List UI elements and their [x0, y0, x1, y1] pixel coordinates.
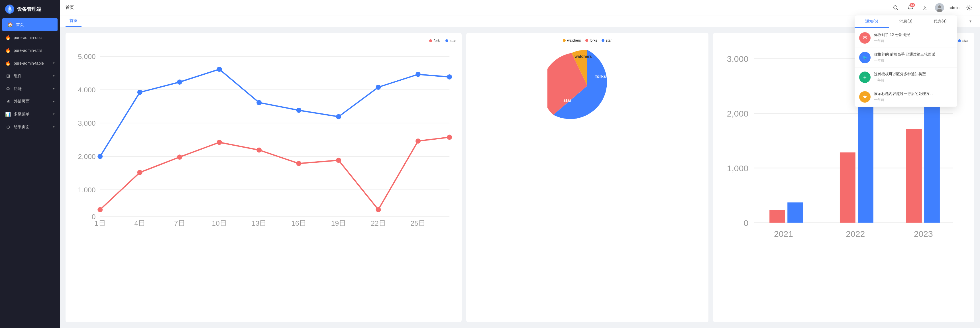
- monitor-icon: 🖥: [5, 99, 11, 104]
- notif-avatar-4: ★: [859, 91, 870, 103]
- breadcrumb-home[interactable]: 首页: [65, 15, 81, 27]
- sidebar-item-components[interactable]: ⊞ 组件 ▾: [0, 70, 60, 82]
- sidebar-item-doc[interactable]: 🔥 pure-admin-doc: [0, 31, 60, 44]
- svg-text:1,000: 1,000: [727, 164, 748, 173]
- svg-text:22日: 22日: [371, 220, 386, 226]
- notif-avatar-3: +: [859, 72, 870, 83]
- settings-icon: [966, 5, 972, 11]
- chart-icon: 📊: [5, 111, 11, 117]
- svg-text:19日: 19日: [331, 220, 346, 226]
- star-dot-bar: [958, 39, 961, 42]
- svg-text:forks: forks: [595, 74, 606, 79]
- notif-item-2: 🐦 你推荐的 前端高手 已通过第三轮面试 一年前: [854, 48, 957, 67]
- pie-chart-card: watchers forks star: [466, 33, 708, 322]
- svg-text:2,000: 2,000: [78, 153, 96, 161]
- svg-point-29: [376, 84, 381, 90]
- sidebar-item-external[interactable]: 🖥 外部页面 ▾: [0, 95, 60, 108]
- star-dot-pie: [601, 39, 605, 42]
- notification-popup: 通知(6) 消息(3) 代办(4) ✉ 你收到了 12 份新周报 一年前 🐦 你…: [854, 15, 957, 107]
- sidebar-item-external-label: 外部页面: [14, 99, 30, 104]
- svg-point-27: [296, 108, 302, 113]
- avatar[interactable]: [935, 3, 944, 12]
- notif-tab-message[interactable]: 消息(3): [889, 15, 923, 28]
- notif-content-4: 展示标题内容超过一行后的处理方... 一年前: [874, 91, 953, 102]
- svg-text:4,000: 4,000: [78, 86, 96, 94]
- notif-time-1: 一年前: [874, 38, 953, 43]
- svg-point-34: [177, 154, 182, 159]
- notif-title-1: 你收到了 12 份新周报: [874, 32, 953, 37]
- notif-item-4: ★ 展示标题内容超过一行后的处理方... 一年前: [854, 87, 957, 107]
- svg-point-26: [256, 100, 262, 105]
- settings-button[interactable]: [964, 3, 974, 13]
- svg-point-40: [415, 139, 421, 143]
- svg-point-30: [415, 72, 421, 77]
- sidebar-item-functions[interactable]: ⚙ 功能 ▾: [0, 82, 60, 95]
- sidebar-item-utils[interactable]: 🔥 pure-admin-utils: [0, 44, 60, 57]
- avatar-icon: [935, 3, 944, 12]
- sidebar-item-home-label: 首页: [16, 22, 24, 27]
- search-icon: [893, 5, 898, 10]
- sidebar-item-result[interactable]: ⊙ 结果页面 ▾: [0, 121, 60, 133]
- sidebar: 设备管理端 🏠 首页 🔥 pure-admin-doc 🔥 pure-admin…: [0, 0, 60, 328]
- sidebar-item-home[interactable]: 🏠 首页: [2, 18, 57, 31]
- sidebar-item-table-label: pure-admin-table: [14, 61, 44, 65]
- notif-content-3: 这种模板可以区分多种通知类型 一年前: [874, 72, 953, 83]
- breadcrumb-collapse[interactable]: ▾: [967, 16, 974, 26]
- svg-text:3,000: 3,000: [78, 119, 96, 127]
- sidebar-item-utils-label: pure-admin-utils: [14, 48, 42, 53]
- grid-icon: ⊞: [5, 73, 11, 79]
- svg-point-37: [296, 161, 302, 166]
- main-content: 首页 13 文 admin: [60, 0, 980, 328]
- home-icon: 🏠: [7, 22, 13, 27]
- notif-content-1: 你收到了 12 份新周报 一年前: [874, 32, 953, 43]
- pie-chart-legend: watchers forks star: [472, 38, 703, 43]
- svg-point-3: [894, 6, 897, 9]
- search-button[interactable]: [891, 3, 901, 13]
- sidebar-item-multi-menu[interactable]: 📊 多级菜单 ▾: [0, 108, 60, 121]
- fire-icon-2: 🔥: [5, 48, 11, 53]
- notif-avatar-2: 🐦: [859, 52, 870, 63]
- content-area: fork star 5,000 4,000 3,000 2,000 1,000 …: [60, 27, 980, 328]
- svg-point-24: [177, 80, 182, 84]
- logo-icon: [5, 5, 14, 14]
- notif-time-2: 一年前: [874, 58, 953, 63]
- sidebar-title: 设备管理端: [17, 6, 41, 13]
- fire-icon-3: 🔥: [5, 61, 11, 66]
- svg-text:5,000: 5,000: [78, 53, 96, 61]
- notif-tab-todo[interactable]: 代办(4): [923, 15, 957, 28]
- sidebar-logo: 设备管理端: [0, 0, 60, 18]
- svg-point-32: [97, 207, 103, 212]
- chevron-down-icon-2: ▾: [53, 74, 55, 78]
- legend-star-bar: star: [958, 38, 969, 43]
- chevron-down-icon: ▾: [53, 61, 55, 65]
- svg-text:watchers: watchers: [574, 54, 592, 59]
- notification-button[interactable]: 13: [905, 3, 916, 13]
- svg-text:7日: 7日: [174, 220, 185, 226]
- sidebar-item-table[interactable]: 🔥 pure-admin-table ▾: [0, 57, 60, 70]
- legend-star-pie: star: [601, 38, 611, 43]
- svg-text:1,000: 1,000: [78, 186, 96, 194]
- svg-rect-62: [769, 210, 785, 223]
- star-dot: [445, 39, 448, 42]
- breadcrumb-bar: 首页 ▾: [60, 15, 980, 27]
- sidebar-item-components-label: 组件: [14, 73, 22, 79]
- notification-tabs: 通知(6) 消息(3) 代办(4): [854, 15, 957, 28]
- legend-fork: fork: [429, 38, 440, 43]
- svg-text:2023: 2023: [913, 229, 933, 239]
- pie-chart-wrap: forks star watchers: [472, 46, 703, 126]
- notif-title-2: 你推荐的 前端高手 已通过第三轮面试: [874, 52, 953, 57]
- svg-line-4: [897, 9, 898, 10]
- notif-tab-notification[interactable]: 通知(6): [854, 15, 889, 28]
- line-chart-wrap: 5,000 4,000 3,000 2,000 1,000 0: [71, 46, 456, 226]
- line-chart-card: fork star 5,000 4,000 3,000 2,000 1,000 …: [65, 33, 461, 322]
- svg-point-41: [447, 134, 452, 140]
- header-username[interactable]: admin: [949, 5, 959, 10]
- sidebar-item-doc-label: pure-admin-doc: [14, 35, 41, 40]
- watchers-label: watchers: [567, 38, 581, 43]
- svg-point-25: [217, 67, 222, 72]
- sidebar-item-result-label: 结果页面: [14, 124, 30, 130]
- svg-point-33: [137, 170, 143, 175]
- gear-icon: ⚙: [5, 86, 11, 91]
- translate-button[interactable]: 文: [920, 3, 931, 13]
- svg-point-8: [937, 9, 942, 12]
